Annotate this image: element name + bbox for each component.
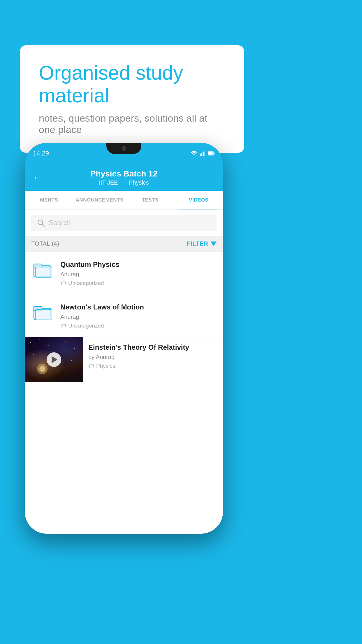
video-tag: 🏷 Uncategorized [60,280,217,286]
camera [122,146,126,151]
video-title: Quantum Physics [60,260,217,269]
svg-point-16 [39,340,40,340]
play-icon [52,356,57,363]
clock: 14:29 [33,150,49,157]
phone-screen: 14:29 [25,143,223,534]
folder-icon [33,302,53,322]
speech-bubble-container: Organised study material notes, question… [20,45,244,153]
batch-subtitle: IIT JEE Physics [90,179,157,186]
status-icons [191,151,215,156]
svg-point-22 [54,351,54,352]
tab-ments[interactable]: MENTS [25,191,73,209]
svg-point-21 [71,360,72,361]
search-icon [37,219,45,227]
battery-icon [208,151,215,155]
svg-line-8 [42,224,44,226]
svg-rect-14 [36,309,52,320]
tag-label: Uncategorized [68,280,104,286]
signal-icon [200,151,205,156]
folder-icon [33,259,53,280]
svg-point-18 [65,341,66,342]
svg-rect-11 [36,267,52,277]
notch [106,143,141,154]
svg-rect-3 [204,151,205,156]
phone-frame: 14:29 [25,143,223,534]
app-header: ← Physics Batch 12 IIT JEE Physics [25,164,223,191]
speech-bubble-subtext: notes, question papers, solutions all at… [39,113,225,135]
tag-icon: 🏷 [88,363,94,369]
tab-tests[interactable]: TESTS [126,191,175,209]
tag-icon: 🏷 [60,280,66,286]
video-author: Anurag [60,314,217,320]
speech-bubble-heading: Organised study material [39,61,225,107]
tag-label: Physics [96,363,115,369]
svg-rect-6 [208,152,213,155]
tab-announcements[interactable]: ANNOUNCEMENTS [73,191,126,209]
list-item[interactable]: Quantum Physics Anurag 🏷 Uncategorized [25,252,223,294]
folder-icon-newton [31,302,55,322]
svg-point-17 [48,345,49,346]
svg-rect-0 [200,154,201,156]
video-info-quantum: Quantum Physics Anurag 🏷 Uncategorized [60,259,217,286]
video-thumbnail-einstein [25,337,83,382]
list-item[interactable]: Newton's Laws of Motion Anurag 🏷 Uncateg… [25,294,223,337]
svg-rect-5 [214,153,215,154]
subtitle-physics: Physics [129,179,149,186]
video-list: Quantum Physics Anurag 🏷 Uncategorized [25,252,223,534]
folder-icon-quantum [31,259,55,280]
search-container: Search [25,210,223,236]
video-author: Anurag [60,271,217,278]
status-bar: 14:29 [25,143,223,164]
video-title: Einstein's Theory Of Relativity [88,343,218,351]
video-info-newton: Newton's Laws of Motion Anurag 🏷 Uncateg… [60,302,217,329]
search-placeholder: Search [49,219,71,227]
video-tag: 🏷 Physics [88,363,218,369]
tab-bar: MENTS ANNOUNCEMENTS TESTS VIDEOS [25,191,223,210]
filter-label: FILTER [187,240,208,247]
svg-point-19 [74,348,75,349]
tag-icon: 🏷 [60,323,66,329]
video-title: Newton's Laws of Motion [60,303,217,311]
tab-videos[interactable]: VIDEOS [174,191,223,209]
filter-icon [211,242,217,246]
search-bar[interactable]: Search [31,215,217,231]
play-button[interactable] [47,352,61,367]
subtitle-iitjee: IIT JEE [99,179,118,186]
svg-rect-1 [201,153,202,156]
svg-rect-2 [203,152,204,156]
tag-label: Uncategorized [68,323,104,329]
svg-point-24 [39,366,45,372]
filter-bar: TOTAL (4) FILTER [25,236,223,252]
batch-title: Physics Batch 12 [90,169,157,178]
speech-bubble: Organised study material notes, question… [20,45,244,153]
filter-button[interactable]: FILTER [187,240,217,247]
total-count: TOTAL (4) [31,240,59,247]
svg-point-15 [30,342,31,343]
video-author: by Anurag [88,354,218,360]
wifi-icon [191,151,197,156]
back-button[interactable]: ← [33,173,41,182]
svg-point-20 [33,354,34,355]
list-item[interactable]: Einstein's Theory Of Relativity by Anura… [25,337,223,382]
video-info-einstein: Einstein's Theory Of Relativity by Anura… [83,337,223,376]
header-title-group: Physics Batch 12 IIT JEE Physics [90,169,157,186]
video-tag: 🏷 Uncategorized [60,323,217,329]
